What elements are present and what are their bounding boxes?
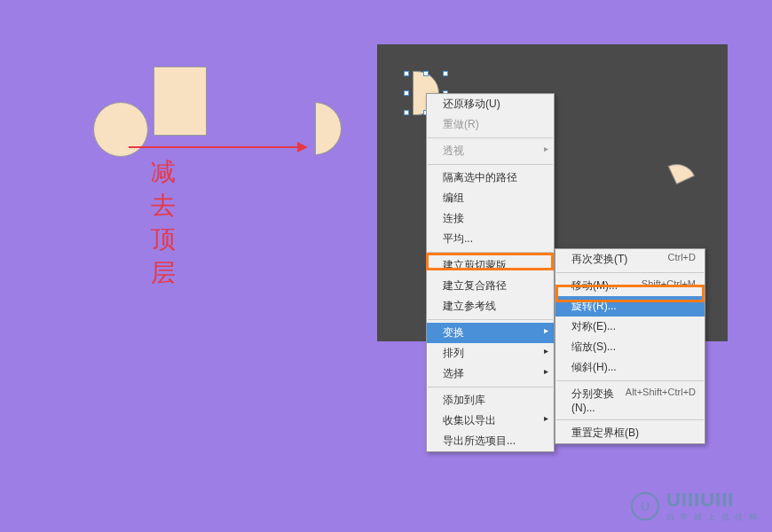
logo-icon: U: [631, 492, 659, 520]
rectangle-shape: [154, 66, 207, 136]
menu-collect[interactable]: 收集以导出: [427, 411, 554, 431]
menu-undo[interactable]: 还原移动(U): [427, 94, 554, 114]
menu-addlib[interactable]: 添加到库: [427, 390, 554, 411]
menu-average[interactable]: 平均...: [427, 229, 554, 249]
handle-icon[interactable]: [404, 110, 409, 115]
menu-move[interactable]: 移动(M)...Shift+Ctrl+M: [555, 276, 705, 296]
pie-shape[interactable]: [652, 160, 701, 208]
menu-arrange[interactable]: 排列: [427, 343, 554, 364]
handle-icon[interactable]: [423, 71, 429, 76]
circle-shape: [93, 102, 148, 157]
menu-exportsel[interactable]: 导出所选项目...: [427, 431, 554, 451]
separator: [428, 164, 553, 165]
menu-join[interactable]: 连接: [427, 208, 554, 229]
menu-guides[interactable]: 建立参考线: [427, 296, 554, 317]
separator: [428, 137, 553, 138]
handle-icon[interactable]: [404, 71, 409, 76]
menu-reset-bbox[interactable]: 重置定界框(B): [555, 423, 705, 443]
operation-label: 减去顶层: [151, 155, 176, 290]
separator: [556, 419, 704, 420]
menu-transform[interactable]: 变换: [427, 323, 554, 343]
separator: [556, 272, 704, 273]
handle-icon[interactable]: [404, 90, 409, 96]
half-circle-result: [315, 102, 342, 155]
menu-scale[interactable]: 缩放(S)...: [555, 337, 705, 357]
separator: [428, 387, 553, 387]
watermark-logo: U UIIIUIII 自 学 就 上 优 优 网: [631, 489, 759, 523]
menu-rotate[interactable]: 旋转(R)...: [555, 296, 705, 317]
logo-subtitle: 自 学 就 上 优 优 网: [666, 512, 759, 523]
menu-perspective: 透视: [427, 141, 554, 161]
menu-isolate[interactable]: 隔离选中的路径: [427, 168, 554, 188]
separator: [556, 380, 704, 381]
arrow-icon: [129, 146, 306, 148]
transform-submenu[interactable]: 再次变换(T)Ctrl+D 移动(M)...Shift+Ctrl+M 旋转(R)…: [555, 248, 705, 444]
separator: [428, 252, 553, 253]
context-menu[interactable]: 还原移动(U) 重做(R) 透视 隔离选中的路径 编组 连接 平均... 建立剪…: [426, 93, 555, 452]
menu-select[interactable]: 选择: [427, 364, 554, 384]
separator: [428, 319, 553, 320]
menu-shear[interactable]: 倾斜(H)...: [555, 357, 705, 378]
menu-clipmask[interactable]: 建立剪切蒙版: [427, 255, 554, 276]
menu-reflect[interactable]: 对称(E)...: [555, 317, 705, 337]
menu-ungroup[interactable]: 编组: [427, 188, 554, 208]
menu-transform-again[interactable]: 再次变换(T)Ctrl+D: [555, 249, 705, 270]
logo-text: UIIIUIII: [666, 489, 759, 512]
handle-icon[interactable]: [443, 71, 448, 76]
menu-redo: 重做(R): [427, 114, 554, 135]
menu-transform-each[interactable]: 分别变换(N)...Alt+Shift+Ctrl+D: [555, 384, 705, 417]
menu-compound[interactable]: 建立复合路径: [427, 276, 554, 296]
